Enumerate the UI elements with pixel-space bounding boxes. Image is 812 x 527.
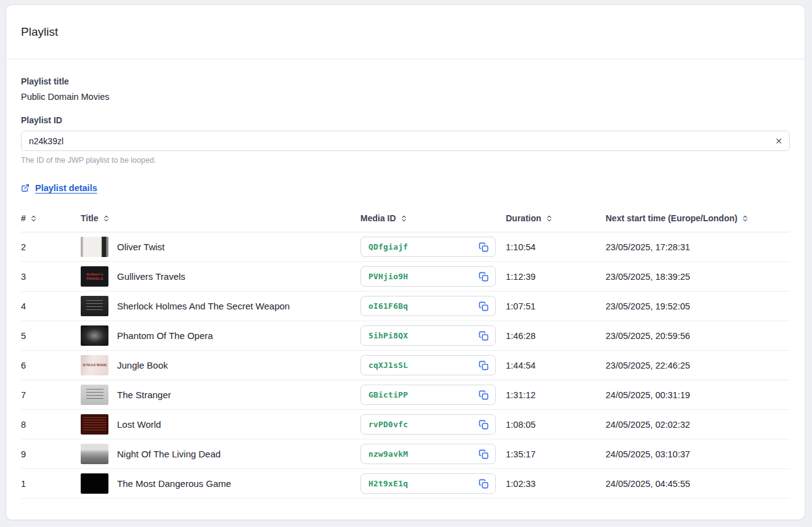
card-body: Playlist title Public Domain Movies Play… — [6, 59, 805, 513]
media-id-value: oI61F6Bq — [368, 301, 408, 311]
cell-title: Lost World — [81, 410, 360, 439]
cell-duration: 1:31:12 — [506, 380, 606, 410]
media-id-box: PVHjio9H — [360, 266, 496, 287]
playlist-id-input-wrap: ✕ — [21, 131, 790, 151]
sort-icon — [30, 214, 37, 223]
media-id-value: H2t9xE1q — [368, 479, 408, 488]
sort-icon — [103, 214, 110, 223]
cell-title: The Most Dangerous Game — [81, 469, 360, 499]
cell-index: 8 — [21, 410, 81, 439]
row-index: 8 — [21, 420, 26, 430]
row-duration: 1:07:51 — [506, 301, 535, 311]
media-id-value: QDfgiajf — [368, 242, 408, 251]
cell-duration: 1:46:28 — [506, 321, 606, 351]
column-header-duration[interactable]: Duration — [506, 211, 606, 232]
column-label: # — [21, 213, 26, 223]
row-next-start: 24/05/2025, 00:31:19 — [606, 390, 690, 400]
cell-next-start: 24/05/2025, 03:10:37 — [606, 439, 790, 469]
cell-duration: 1:02:33 — [506, 469, 606, 499]
card-header: Playlist — [6, 5, 805, 59]
row-thumbnail — [81, 385, 108, 405]
row-index: 3 — [21, 272, 26, 282]
table-head: # Title — [21, 211, 790, 232]
playlist-card: Playlist Playlist title Public Domain Mo… — [6, 5, 805, 520]
copy-icon — [479, 361, 489, 370]
copy-icon — [479, 449, 489, 459]
copy-media-id-button[interactable] — [477, 477, 490, 491]
row-thumbnail — [81, 414, 108, 435]
column-header-title[interactable]: Title — [81, 211, 360, 232]
row-next-start: 24/05/2025, 02:02:32 — [606, 420, 690, 430]
sort-icon — [742, 214, 749, 223]
copy-media-id-button[interactable] — [477, 300, 490, 313]
cell-title: Sherlock Holmes And The Secret Weapon — [81, 292, 360, 321]
cell-duration: 1:44:54 — [506, 351, 606, 380]
column-label: Next start time (Europe/London) — [606, 213, 737, 223]
media-id-box: 5ihPi8QX — [360, 325, 496, 346]
cell-duration: 1:07:51 — [506, 292, 606, 321]
media-table: # Title — [21, 211, 790, 499]
row-index: 7 — [21, 390, 26, 400]
row-thumbnail — [81, 237, 108, 257]
row-index: 2 — [21, 242, 26, 252]
table-row: 3 Gulliver's TRAVELS Gullivers Travels P… — [21, 262, 790, 292]
copy-icon — [479, 390, 489, 400]
table-row: 1 The Most Dangerous Game H2t9xE1q — [21, 469, 790, 499]
copy-media-id-button[interactable] — [477, 270, 490, 284]
media-id-value: GBictiPP — [368, 390, 408, 399]
row-thumbnail — [81, 444, 108, 464]
cell-duration: 1:35:17 — [506, 439, 606, 469]
playlist-id-input[interactable] — [21, 131, 790, 151]
copy-media-id-button[interactable] — [477, 388, 490, 402]
playlist-id-help: The ID of the JWP playlist to be looped. — [21, 156, 790, 165]
row-index: 9 — [21, 449, 26, 459]
column-header-next-start[interactable]: Next start time (Europe/London) — [606, 211, 790, 232]
row-title: Gullivers Travels — [117, 271, 185, 282]
column-label: Title — [81, 213, 99, 223]
copy-media-id-button[interactable] — [477, 447, 490, 461]
media-id-box: rvPD0vfc — [360, 414, 496, 435]
media-id-box: nzw9avkM — [360, 444, 496, 464]
media-id-value: nzw9avkM — [368, 449, 408, 459]
cell-media-id: PVHjio9H — [360, 262, 506, 292]
copy-media-id-button[interactable] — [477, 329, 490, 343]
copy-icon — [479, 272, 489, 282]
row-next-start: 24/05/2025, 03:10:37 — [606, 449, 690, 459]
cell-media-id: nzw9avkM — [360, 439, 506, 469]
cell-title: The Stranger — [81, 380, 360, 410]
table-header-row: # Title — [21, 211, 790, 232]
media-id-value: cqXJ1sSL — [368, 361, 408, 370]
sort-icon — [400, 214, 407, 223]
row-duration: 1:31:12 — [506, 390, 535, 400]
table-row: 7 The Stranger GBictiPP — [21, 380, 790, 410]
copy-icon — [479, 479, 489, 489]
cell-title: Phantom Of The Opera — [81, 321, 360, 351]
playlist-title-label: Playlist title — [21, 76, 790, 86]
row-duration: 1:12:39 — [506, 272, 535, 282]
row-thumbnail: Gulliver's TRAVELS — [81, 266, 108, 287]
clear-input-button[interactable]: ✕ — [771, 134, 786, 149]
details-link-row: Playlist details — [21, 183, 790, 193]
cell-index: 3 — [21, 262, 81, 292]
copy-icon — [479, 331, 489, 341]
copy-media-id-button[interactable] — [477, 418, 490, 431]
cell-index: 4 — [21, 292, 81, 321]
column-header-media-id[interactable]: Media ID — [360, 211, 506, 232]
page-title: Playlist — [21, 25, 58, 39]
row-thumbnail: JUNGLE BOOK — [81, 355, 108, 375]
copy-media-id-button[interactable] — [477, 359, 490, 372]
cell-next-start: 23/05/2025, 19:52:05 — [606, 292, 790, 321]
playlist-details-link[interactable]: Playlist details — [21, 183, 97, 193]
cell-next-start: 24/05/2025, 04:45:55 — [606, 469, 790, 499]
table-row: 5 Phantom Of The Opera 5ihPi8QX — [21, 321, 790, 351]
cell-next-start: 23/05/2025, 17:28:31 — [606, 232, 790, 262]
cell-index: 2 — [21, 232, 81, 262]
row-duration: 1:10:54 — [506, 242, 535, 252]
column-header-index[interactable]: # — [21, 211, 81, 232]
copy-media-id-button[interactable] — [477, 240, 490, 254]
row-thumbnail — [81, 296, 108, 316]
row-next-start: 23/05/2025, 19:52:05 — [606, 301, 690, 311]
copy-icon — [479, 242, 489, 252]
cell-index: 6 — [21, 351, 81, 380]
playlist-details-link-label: Playlist details — [35, 183, 97, 193]
